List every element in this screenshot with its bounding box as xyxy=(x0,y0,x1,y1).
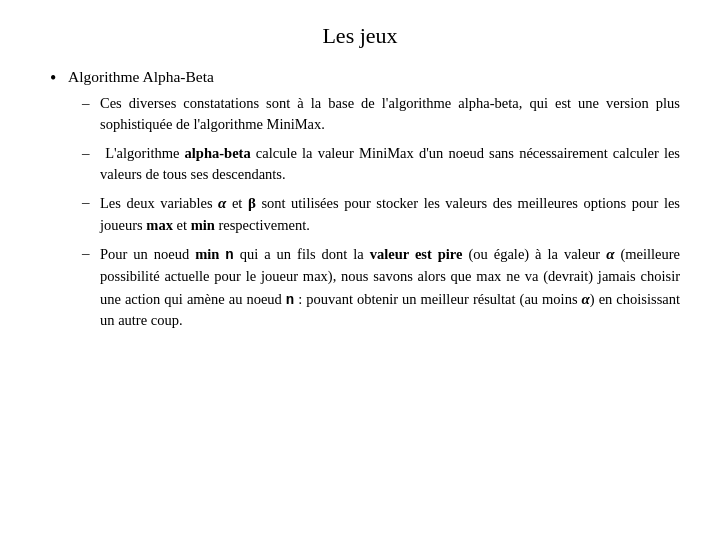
main-section: • Algorithme Alpha-Beta – Ces diverses c… xyxy=(50,66,680,339)
sub-items-list: – Ces diverses constatations sont à la b… xyxy=(82,93,680,332)
sub-item-3: – Les deux variables α et β sont utilisé… xyxy=(82,192,680,236)
bullet-symbol: • xyxy=(50,66,68,91)
main-bullet-item: • Algorithme Alpha-Beta – Ces diverses c… xyxy=(50,66,680,339)
sub-item-1: – Ces diverses constatations sont à la b… xyxy=(82,93,680,136)
min-bold: min xyxy=(195,246,219,262)
sub-item-2: – L'algorithme alpha-beta calcule la val… xyxy=(82,143,680,186)
sub-content-3: Les deux variables α et β sont utilisées… xyxy=(100,192,680,236)
alpha-symbol-2: α xyxy=(606,246,614,262)
n-mono-2: n xyxy=(286,292,294,308)
dash-1: – xyxy=(82,93,100,115)
dash-3: – xyxy=(82,192,100,214)
page-title: Les jeux xyxy=(40,20,680,52)
bullet-content: Algorithme Alpha-Beta – Ces diverses con… xyxy=(68,66,680,339)
dash-4: – xyxy=(82,243,100,265)
main-bullet-label: Algorithme Alpha-Beta xyxy=(68,68,214,85)
alpha-symbol-3: α xyxy=(582,291,590,307)
max-label: max xyxy=(146,217,173,233)
min-label: min xyxy=(191,217,215,233)
valeur-est-pire: valeur est pire xyxy=(370,246,463,262)
n-mono-1: n xyxy=(225,247,233,263)
sub-item-4: – Pour un noeud min n qui a un fils dont… xyxy=(82,243,680,331)
sub-content-1: Ces diverses constatations sont à la bas… xyxy=(100,93,680,136)
sub-content-2: L'algorithme alpha-beta calcule la valeu… xyxy=(100,143,680,186)
sub-content-4: Pour un noeud min n qui a un fils dont l… xyxy=(100,243,680,331)
dash-2: – xyxy=(82,143,100,165)
beta-symbol: β xyxy=(248,195,256,211)
options-word: options xyxy=(584,195,627,211)
page: Les jeux • Algorithme Alpha-Beta – Ces d… xyxy=(0,0,720,540)
alpha-symbol: α xyxy=(218,195,226,211)
alpha-beta-bold: alpha-beta xyxy=(185,145,251,161)
